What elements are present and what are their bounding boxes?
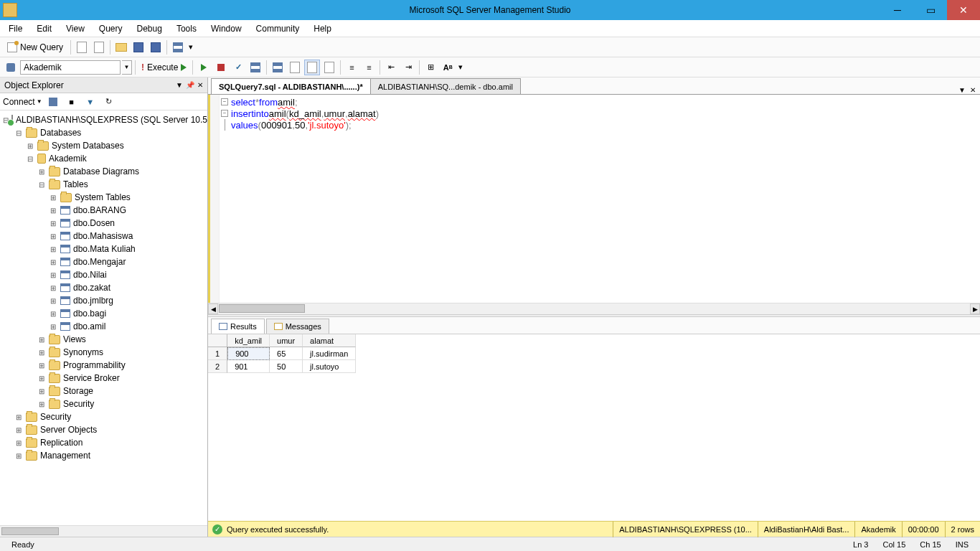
- results-grid[interactable]: kd_amil umur alamat 1 900 65 jl.sudirman…: [208, 334, 980, 521]
- panel-hscrollbar[interactable]: [0, 525, 207, 537]
- row-header[interactable]: 1: [208, 347, 227, 360]
- tree-table[interactable]: ⊞dbo.Mahasiswa: [3, 230, 207, 242]
- col-header[interactable]: kd_amil: [227, 334, 270, 347]
- panel-close-icon[interactable]: ✕: [197, 81, 203, 89]
- debug-button[interactable]: [196, 60, 212, 75]
- save-button[interactable]: [131, 39, 146, 55]
- tree-table[interactable]: ⊞dbo.Nilai: [3, 268, 207, 281]
- filter-button[interactable]: ▼: [83, 94, 98, 110]
- tab-inactive[interactable]: ALDIBASTIANH\SQ...demik - dbo.amil: [370, 78, 521, 94]
- menu-view[interactable]: View: [60, 22, 90, 35]
- disconnect-button[interactable]: [45, 94, 61, 110]
- col-header[interactable]: umur: [270, 334, 303, 347]
- minimize-button[interactable]: ─: [881, 0, 914, 20]
- tree-server-objects[interactable]: ⊞Server Objects: [3, 423, 207, 436]
- include-plan-button[interactable]: [321, 60, 337, 75]
- grid-cell[interactable]: 65: [270, 347, 303, 360]
- menu-file[interactable]: File: [3, 22, 28, 35]
- grid-cell[interactable]: 50: [270, 360, 303, 373]
- specify-values-button[interactable]: ⊞: [423, 60, 438, 75]
- refresh-button[interactable]: ↻: [101, 94, 117, 110]
- panel-dropdown-icon[interactable]: ▼: [176, 81, 183, 89]
- tree-table[interactable]: ⊞dbo.Mata Kuliah: [3, 242, 207, 255]
- tree-service-broker[interactable]: ⊞Service Broker: [3, 372, 207, 385]
- menu-debug[interactable]: Debug: [131, 22, 168, 35]
- open-button[interactable]: [113, 39, 129, 55]
- tree-view[interactable]: ⊟ALDIBASTIANH\SQLEXPRESS (SQL Server 10.…: [0, 110, 207, 525]
- fold-icon[interactable]: −: [221, 110, 228, 117]
- tree-table[interactable]: ⊞dbo.Dosen: [3, 217, 207, 230]
- results-text-button[interactable]: [287, 60, 303, 75]
- grid-cell[interactable]: jl.sutoyo: [303, 360, 356, 373]
- tree-db-diagrams[interactable]: ⊞Database Diagrams: [3, 165, 207, 178]
- editor-hscrollbar[interactable]: ◀ ▶: [208, 303, 980, 314]
- menu-window[interactable]: Window: [205, 22, 248, 35]
- grid-cell[interactable]: 901: [227, 360, 270, 373]
- col-header[interactable]: alamat: [303, 334, 356, 347]
- tabs-dropdown-icon[interactable]: ▼: [958, 86, 966, 94]
- tree-management[interactable]: ⊞Management: [3, 449, 207, 462]
- intellisense-button[interactable]: AB: [440, 60, 456, 75]
- grid-cell[interactable]: jl.sudirman: [303, 347, 356, 360]
- row-header[interactable]: 2: [208, 360, 227, 373]
- comment-button[interactable]: ≡: [344, 60, 359, 75]
- chevron-down-icon[interactable]: ▼: [122, 60, 132, 75]
- new-file-button[interactable]: [74, 39, 90, 55]
- outdent-button[interactable]: ⇤: [383, 60, 399, 75]
- tree-server[interactable]: ⊟ALDIBASTIANH\SQLEXPRESS (SQL Server 10.…: [3, 113, 207, 126]
- tree-table[interactable]: ⊞dbo.zakat: [3, 281, 207, 294]
- tree-table[interactable]: ⊞dbo.Mengajar: [3, 255, 207, 268]
- stop-button[interactable]: [213, 60, 229, 75]
- connect-button[interactable]: Connect ▼: [3, 97, 42, 107]
- indent-button[interactable]: ⇥: [400, 60, 416, 75]
- results-file-button[interactable]: [304, 60, 320, 75]
- grid-cell[interactable]: 900: [227, 347, 270, 360]
- tree-programmability[interactable]: ⊞Programmability: [3, 359, 207, 372]
- maximize-button[interactable]: ▭: [914, 0, 947, 20]
- tree-storage[interactable]: ⊞Storage: [3, 385, 207, 397]
- results-tab[interactable]: Results: [211, 319, 265, 334]
- tree-table[interactable]: ⊞dbo.jmlbrg: [3, 294, 207, 307]
- tree-akademik[interactable]: ⊟Akademik: [3, 152, 207, 165]
- tab-active[interactable]: SQLQuery7.sql - ALDIBASTIANH\......)*: [211, 78, 371, 94]
- menu-query[interactable]: Query: [93, 22, 128, 35]
- tree-db-security[interactable]: ⊞Security: [3, 397, 207, 410]
- menu-help[interactable]: Help: [308, 22, 337, 35]
- execute-button[interactable]: ! Execute: [138, 62, 189, 72]
- tree-system-tables[interactable]: ⊞System Tables: [3, 191, 207, 204]
- tree-table[interactable]: ⊞dbo.bagi: [3, 307, 207, 320]
- tabs-close-icon[interactable]: ✕: [970, 86, 976, 94]
- stop-button[interactable]: ■: [64, 94, 80, 110]
- panel-pin-icon[interactable]: 📌: [186, 81, 194, 89]
- tree-synonyms[interactable]: ⊞Synonyms: [3, 346, 207, 359]
- tree-views[interactable]: ⊞Views: [3, 333, 207, 346]
- new-project-button[interactable]: [91, 39, 107, 55]
- results-grid-button[interactable]: [270, 60, 286, 75]
- tree-replication[interactable]: ⊞Replication: [3, 436, 207, 449]
- parse-button[interactable]: ✓: [230, 60, 246, 75]
- options-button[interactable]: [248, 60, 263, 75]
- menu-tools[interactable]: Tools: [171, 22, 202, 35]
- toolbar-dropdown[interactable]: ▾: [187, 39, 194, 55]
- messages-tab[interactable]: Messages: [266, 319, 329, 334]
- scroll-left-icon[interactable]: ◀: [208, 303, 218, 314]
- save-all-button[interactable]: [148, 39, 164, 55]
- database-input[interactable]: [20, 60, 121, 75]
- scroll-right-icon[interactable]: ▶: [970, 303, 980, 314]
- menu-edit[interactable]: Edit: [31, 22, 57, 35]
- code-editor[interactable]: −select * from amil; −insert into amil (…: [208, 95, 980, 303]
- tree-security[interactable]: ⊞Security: [3, 410, 207, 423]
- tree-table[interactable]: ⊞dbo.BARANG: [3, 204, 207, 217]
- fold-icon[interactable]: −: [221, 98, 228, 105]
- tree-system-databases[interactable]: ⊞System Databases: [3, 139, 207, 152]
- new-query-button[interactable]: New Query: [3, 41, 67, 54]
- menu-community[interactable]: Community: [250, 22, 306, 35]
- tree-tables[interactable]: ⊟Tables: [3, 178, 207, 191]
- activity-monitor-button[interactable]: [170, 39, 186, 55]
- toolbar-dropdown-2[interactable]: ▾: [457, 60, 464, 75]
- tree-table[interactable]: ⊞dbo.amil: [3, 320, 207, 333]
- database-combo[interactable]: ▼: [20, 60, 132, 75]
- uncomment-button[interactable]: ≡: [361, 60, 377, 75]
- close-button[interactable]: ✕: [947, 0, 980, 20]
- tree-databases[interactable]: ⊟Databases: [3, 126, 207, 139]
